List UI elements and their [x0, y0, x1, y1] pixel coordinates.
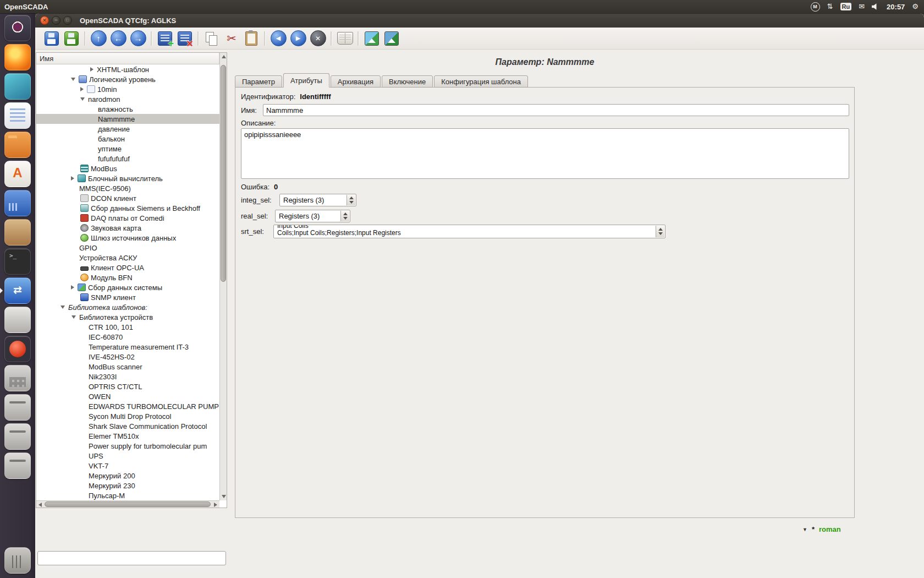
- tree-item[interactable]: OWEN: [36, 391, 219, 401]
- manual-button[interactable]: [335, 29, 355, 48]
- tree-filter-input[interactable]: [37, 551, 226, 565]
- launcher-item-writer[interactable]: [4, 102, 31, 129]
- launcher-item-dash[interactable]: [4, 15, 31, 41]
- run-button[interactable]: [288, 29, 308, 48]
- scroll-right-icon[interactable]: [214, 503, 217, 507]
- tree-vertical-scrollbar[interactable]: [219, 53, 227, 500]
- tree-item[interactable]: Звуковая карта: [36, 223, 219, 233]
- launcher-item-firefox[interactable]: [4, 44, 31, 70]
- tree-item[interactable]: ModBus scanner: [36, 362, 219, 372]
- tree-item[interactable]: Устройства АСКУ: [36, 253, 219, 263]
- tree-item[interactable]: DAQ платы от Comedi: [36, 213, 219, 223]
- tree-expander-icon[interactable]: [90, 67, 94, 72]
- tree-item[interactable]: fufufufufuf: [36, 154, 219, 163]
- forward-button[interactable]: [128, 29, 148, 48]
- tree-item[interactable]: DCON клиент: [36, 193, 219, 203]
- tree-expander-icon[interactable]: [61, 306, 65, 309]
- tree-item[interactable]: ModBus: [36, 163, 219, 173]
- tree-item[interactable]: Сбор данных системы: [36, 282, 219, 292]
- session-gear-icon[interactable]: ⚙: [912, 0, 919, 13]
- tree-item[interactable]: 10min: [36, 84, 219, 94]
- tree-item[interactable]: Модуль BFN: [36, 272, 219, 282]
- tree-item[interactable]: UPS: [36, 451, 219, 461]
- window-titlebar[interactable]: OpenSCADA QTCfg: AGLKS: [35, 13, 924, 28]
- tree-item[interactable]: Меркурий 230: [36, 481, 219, 490]
- tree-item[interactable]: Сбор данных Siemens и Beckhoff: [36, 203, 219, 213]
- tree-item[interactable]: уптиме: [36, 144, 219, 154]
- start-button[interactable]: [268, 29, 288, 48]
- keyboard-layout-badge[interactable]: Ru: [840, 3, 852, 10]
- tree-item[interactable]: давление: [36, 124, 219, 134]
- copy-item-button[interactable]: [202, 29, 222, 48]
- tree-horizontal-scrollbar[interactable]: [36, 500, 219, 508]
- user-badge[interactable]: roman: [819, 525, 841, 533]
- db-load-button[interactable]: [42, 29, 62, 48]
- tree-expander-icon[interactable]: [80, 97, 85, 101]
- sync-arrows-icon[interactable]: ⇅: [827, 0, 833, 13]
- tree-item[interactable]: EDWARDS TURBOMOLECULAR PUMP: [36, 401, 219, 411]
- vca-run-button[interactable]: [382, 29, 402, 48]
- tree-item[interactable]: Elemer TM510x: [36, 431, 219, 441]
- mail-icon[interactable]: ✉: [859, 0, 865, 13]
- tree-item[interactable]: Клиент OPC-UA: [36, 263, 219, 272]
- tree-item[interactable]: Shark Slave Communication Protocol: [36, 421, 219, 431]
- scroll-down-icon[interactable]: [222, 495, 226, 498]
- tree-item[interactable]: Temperature measurement IT-3: [36, 342, 219, 352]
- tree-item[interactable]: IVE-452HS-02: [36, 352, 219, 362]
- tree-expander-icon[interactable]: [71, 285, 74, 290]
- tree-item[interactable]: Шлюз источников данных: [36, 233, 219, 243]
- tree-item[interactable]: Power supply for turbomolecular pum: [36, 441, 219, 451]
- close-button[interactable]: [40, 16, 49, 25]
- tree-item[interactable]: XHTML-шаблон: [36, 64, 219, 74]
- stop-button[interactable]: [308, 29, 328, 48]
- vca-dev-button[interactable]: [362, 29, 382, 48]
- launcher-item-software-center[interactable]: [4, 161, 31, 187]
- scroll-up-icon[interactable]: [222, 55, 226, 58]
- up-button[interactable]: [89, 29, 108, 48]
- tree-expander-icon[interactable]: [71, 78, 75, 81]
- launcher-item-screenshot[interactable]: [4, 73, 31, 100]
- tab-enable[interactable]: Включение: [382, 75, 433, 88]
- maximize-button[interactable]: [63, 16, 72, 25]
- cut-item-button[interactable]: [222, 29, 241, 48]
- paste-item-button[interactable]: [241, 29, 261, 48]
- tree-item[interactable]: Логический уровень: [36, 74, 219, 84]
- minimize-button[interactable]: [52, 16, 61, 25]
- vertical-scrollbar-thumb[interactable]: [221, 65, 226, 282]
- tree-expander-icon[interactable]: [80, 87, 84, 91]
- launcher-item-disk-utility-2[interactable]: [4, 423, 31, 450]
- launcher-item-openscada[interactable]: [4, 277, 31, 304]
- tab-archiving[interactable]: Архивация: [331, 75, 381, 88]
- tree-item[interactable]: Меркурий 200: [36, 471, 219, 481]
- tree-item[interactable]: балькон: [36, 134, 219, 144]
- tree-item[interactable]: Sycon Multi Drop Protocol: [36, 411, 219, 421]
- add-item-button[interactable]: [155, 29, 175, 48]
- tree-item[interactable]: Nik2303I: [36, 372, 219, 381]
- tree-item[interactable]: MMS(IEC-9506): [36, 183, 219, 193]
- tab-template-config[interactable]: Конфигурация шаблона: [434, 75, 528, 88]
- tree-item[interactable]: GPIO: [36, 243, 219, 253]
- launcher-item-printer[interactable]: [4, 307, 31, 333]
- tree-item[interactable]: CTR 100, 101: [36, 322, 219, 332]
- delete-item-button[interactable]: [175, 29, 195, 48]
- tree-item[interactable]: SNMP клиент: [36, 292, 219, 302]
- tab-parameter[interactable]: Параметр: [235, 75, 282, 88]
- tree-item[interactable]: Библиотека шаблонов:: [36, 302, 219, 312]
- tree-expander-icon[interactable]: [72, 315, 76, 319]
- launcher-item-media-player[interactable]: [4, 336, 31, 362]
- tree-header[interactable]: Имя: [36, 53, 219, 64]
- launcher-item-system-monitor[interactable]: [4, 190, 31, 216]
- volume-icon[interactable]: [872, 3, 879, 10]
- db-save-button[interactable]: [62, 29, 81, 48]
- tree-expander-icon[interactable]: [71, 176, 74, 181]
- tree-item[interactable]: влажность: [36, 104, 219, 114]
- tree-item[interactable]: Блочный вычислитель: [36, 173, 219, 183]
- tree-item[interactable]: IEC-60870: [36, 332, 219, 342]
- scroll-left-icon[interactable]: [38, 503, 42, 507]
- tab-attributes[interactable]: Атрибуты: [283, 73, 329, 88]
- launcher-item-archive[interactable]: [4, 219, 31, 246]
- launcher-item-trash[interactable]: [4, 547, 31, 574]
- indicator-circle-icon[interactable]: M: [811, 2, 820, 12]
- tree-item[interactable]: Nammmme: [36, 114, 219, 124]
- tree-item[interactable]: Пульсар-М: [36, 490, 219, 500]
